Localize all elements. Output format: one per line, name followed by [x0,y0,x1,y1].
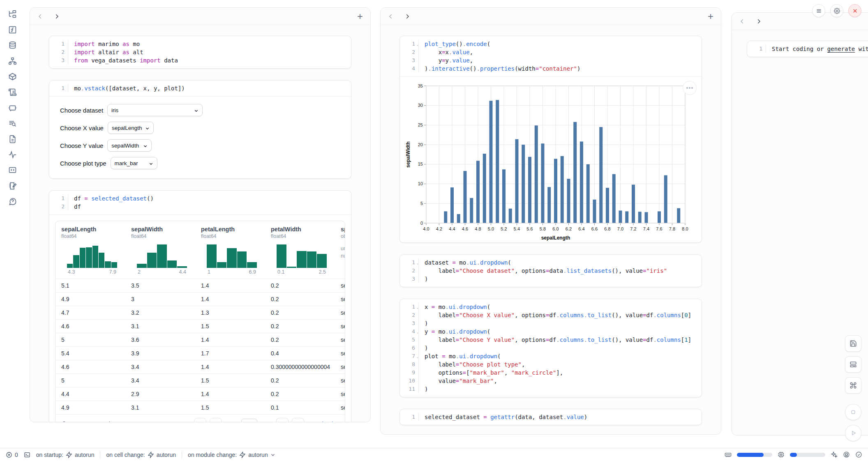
save-button[interactable] [845,335,861,352]
column-forward-icon[interactable] [404,14,410,19]
table-row[interactable]: 53.61.40.2setosa [55,333,345,346]
code-line[interactable]: plot = mo.ui.dropdown( [419,352,702,360]
settings-gear-button[interactable] [830,4,843,17]
stop-button[interactable] [845,404,861,420]
generate-link[interactable]: generate [827,46,855,52]
code-line[interactable]: label="Choose X value", options=df.colum… [419,311,702,319]
column-histogram[interactable] [207,243,257,268]
dataset-dropdown-cell[interactable]: 1⌄dataset = mo.ui.dropdown(2 label="Choo… [399,254,702,287]
first-page-button[interactable] [194,418,206,423]
column-back-icon[interactable] [739,18,745,24]
search-icon[interactable] [61,421,67,422]
code-line[interactable]: label="Choose dataset", options=data.lis… [419,267,702,275]
imports-cell[interactable]: 1import marimo as mo2import altair as al… [49,36,351,69]
table-row[interactable]: 4.93.11.50.1setosa [55,401,345,414]
cell-change-mode[interactable]: on cell change: autorun [106,452,176,458]
table-row[interactable]: 4.63.11.50.2setosa [55,319,345,333]
code-line[interactable]: y = mo.ui.dropdown( [419,327,702,336]
code-line[interactable]: y=y.value, [419,56,702,65]
column-header[interactable]: petalLengthfloat6416.9 [195,221,265,279]
code-editor[interactable]: 1mo.vstack([dataset, x, y, plot]) [49,81,351,96]
file-tree-icon[interactable] [7,9,17,19]
chart-menu-button[interactable] [683,81,697,95]
database-icon[interactable] [7,40,17,50]
list-search-icon[interactable] [7,118,17,128]
code-line[interactable]: label="Choose plot type", [419,360,702,369]
dataset-select[interactable]: iris [107,104,203,116]
scroll-text-icon[interactable] [7,87,17,97]
download-button[interactable]: Download [307,421,339,423]
add-cell-button[interactable]: + [708,12,713,21]
add-cell-button[interactable]: + [357,12,363,21]
code-line[interactable]: ) [419,385,702,393]
code-editor[interactable]: 1selected_dataset = getattr(data, datase… [400,409,702,425]
keyboard-shortcuts-button[interactable] [845,377,861,394]
code-line[interactable]: ).interactive().properties(width="contai… [419,65,702,73]
code-line[interactable]: ) [419,275,702,283]
package-icon[interactable] [7,71,17,81]
code-editor[interactable]: 1import marimo as mo2import altair as al… [49,36,351,68]
table-row[interactable]: 4.73.21.30.2setosa [55,306,345,319]
xy-plot-dropdown-cell[interactable]: 1⌄x = mo.ui.dropdown(2 label="Choose X v… [399,299,702,397]
code-line[interactable]: plot_type().encode( [419,40,702,48]
column-histogram[interactable] [67,243,117,268]
code-line[interactable]: mo.vstack([dataset, x, y, plot]) [68,84,351,92]
column-header[interactable]: speciesobjectunique:nulls: [335,221,345,279]
dataframe-cell[interactable]: 1df = selected_dataset()2df sepalLengthf… [49,190,351,422]
code-line[interactable]: df = selected_dataset() [68,194,351,203]
terminal-button[interactable] [24,452,30,458]
plot-cell[interactable]: 1⌄plot_type().encode(2 x=x.value,3 y=y.v… [399,36,702,243]
code-line[interactable]: x = mo.ui.dropdown( [419,303,702,311]
plot-type-select[interactable]: mark_bar [111,157,157,169]
empty-code-cell[interactable]: 1 Start coding or generate with [747,41,868,57]
error-count-indicator[interactable]: 0 [6,452,18,458]
activity-icon[interactable] [7,150,17,159]
code-editor[interactable]: 1⌄dataset = mo.ui.dropdown(2 label="Choo… [400,255,702,287]
close-button[interactable] [848,4,861,17]
table-row[interactable]: 4.931.40.2setosa [55,292,345,306]
code-line[interactable]: ) [419,344,702,352]
column-back-icon[interactable] [388,14,394,19]
code-line[interactable]: import marimo as mo [68,40,351,48]
x-value-select[interactable]: sepalLength [108,122,154,134]
table-row[interactable]: 53.41.50.2setosa [55,373,345,387]
column-forward-icon[interactable] [756,18,762,24]
fold-chevron-icon[interactable]: ⌄ [417,353,419,361]
fold-chevron-icon[interactable]: ⌄ [417,303,419,311]
run-button[interactable] [845,425,861,441]
table-row[interactable]: 5.43.91.70.4setosa [55,346,345,360]
menu-button[interactable] [812,4,825,17]
code-line[interactable]: from vega_datasets import data [68,56,351,65]
code-line[interactable]: value="mark_bar", [419,377,702,385]
document-icon[interactable] [7,134,17,144]
fold-chevron-icon[interactable]: ⌄ [417,40,419,48]
table-row[interactable]: 4.63.41.40.30000000000000004setosa [55,360,345,373]
last-page-button[interactable] [292,418,304,423]
code-editor[interactable]: 1df = selected_dataset()2df [49,191,351,214]
startup-mode[interactable]: on startup: autorun [36,452,95,458]
chat-bot-icon[interactable] [7,103,17,113]
fold-chevron-icon[interactable]: ⌄ [417,259,419,267]
code-line[interactable]: x=x.value, [419,48,702,56]
column-header[interactable]: sepalLengthfloat644.37.9 [55,221,125,279]
column-histogram[interactable] [137,243,187,268]
help-bubble-icon[interactable] [7,196,17,206]
module-change-mode[interactable]: on module change: autorun [188,452,275,458]
column-histogram[interactable] [277,243,327,268]
check-circle-icon[interactable] [855,451,862,458]
selected-dataset-cell[interactable]: 1selected_dataset = getattr(data, datase… [399,409,702,425]
fold-chevron-icon[interactable]: ⌄ [417,328,419,336]
copilot-bot-icon[interactable] [843,451,850,458]
layout-button[interactable] [845,356,861,373]
ai-sparkles-icon[interactable] [831,451,838,458]
code-editor[interactable]: 1⌄plot_type().encode(2 x=x.value,3 y=y.v… [400,36,702,76]
code-editor[interactable]: 1⌄x = mo.ui.dropdown(2 label="Choose X v… [400,299,702,397]
code-snippet-icon[interactable] [7,165,17,175]
altair-chart[interactable]: 4.04.24.44.64.85.05.25.45.65.86.06.26.46… [404,80,699,243]
code-line[interactable]: ) [419,319,702,327]
network-icon[interactable] [7,56,17,66]
prev-page-button[interactable] [210,418,222,423]
code-line[interactable]: selected_dataset = getattr(data, dataset… [419,413,702,421]
table-row[interactable]: 5.13.51.40.2setosa [55,279,345,292]
code-line[interactable]: import altair as alt [68,48,351,56]
